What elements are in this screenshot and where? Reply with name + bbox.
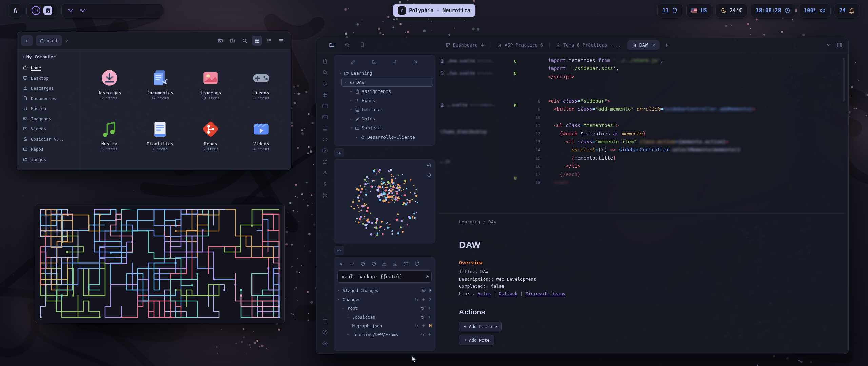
sidebar-item-obsidian-v[interactable]: Obsidian V... bbox=[20, 134, 77, 144]
sidebar-item-descargas[interactable]: Descargas bbox=[20, 83, 77, 93]
power-icon[interactable] bbox=[32, 6, 40, 15]
folder-imagenes[interactable]: Imagenes10 items bbox=[185, 68, 236, 100]
status-volume[interactable]: 100% bbox=[799, 4, 831, 17]
git-row-obsidian[interactable]: ▾.obsidian bbox=[337, 312, 432, 321]
scrollbar-thumb[interactable] bbox=[843, 58, 845, 102]
grid-icon[interactable] bbox=[252, 36, 262, 46]
tab-asp-practice-6[interactable]: ASP Practice 6 bbox=[492, 40, 548, 50]
git-plus-icon[interactable] bbox=[428, 306, 432, 310]
breadcrumb[interactable]: matt bbox=[36, 35, 62, 46]
folder-videos[interactable]: Videos4 items bbox=[236, 119, 287, 151]
git-undo-icon[interactable] bbox=[420, 306, 425, 310]
folder-plus-icon[interactable] bbox=[228, 36, 238, 46]
git-row-staged-changes[interactable]: ▾Staged Changes0 bbox=[337, 286, 432, 295]
note-link-outlook[interactable]: Outlook bbox=[499, 291, 517, 296]
tree-item-desarrollo-cliente[interactable]: ▸Desarrollo-Cliente bbox=[352, 133, 433, 142]
sidebar-item-videos[interactable]: Videos bbox=[20, 124, 77, 134]
git-plus-icon[interactable] bbox=[422, 297, 426, 301]
close-icon[interactable] bbox=[413, 59, 418, 64]
ribbon-sync-icon[interactable] bbox=[322, 159, 328, 165]
forward-button[interactable]: › bbox=[65, 38, 68, 44]
chevron-down-icon[interactable] bbox=[826, 42, 831, 48]
folder-documentos[interactable]: Documentos14 items bbox=[135, 68, 185, 100]
pencil-icon[interactable] bbox=[351, 59, 356, 64]
git-undo-icon[interactable] bbox=[415, 297, 419, 301]
git-plus-icon[interactable] bbox=[428, 315, 432, 319]
git-check-icon[interactable] bbox=[350, 261, 355, 266]
sidebar-item-juegos[interactable]: Juegos bbox=[20, 154, 77, 164]
folder-panel-tab-icon[interactable] bbox=[329, 42, 335, 48]
folder-plus-icon[interactable] bbox=[372, 59, 377, 64]
workspaces-module[interactable] bbox=[61, 4, 163, 17]
ribbon-grid-icon[interactable] bbox=[322, 92, 328, 98]
local-graph-tab-icon[interactable] bbox=[334, 148, 344, 157]
ribbon-scissors-icon[interactable] bbox=[322, 192, 328, 198]
git-undo-icon[interactable] bbox=[420, 332, 425, 337]
ribbon-gear-icon[interactable] bbox=[322, 341, 328, 346]
git-undo-icon[interactable] bbox=[420, 315, 425, 319]
new-tab-button[interactable]: + bbox=[661, 41, 672, 48]
clear-icon[interactable]: ⊗ bbox=[426, 273, 429, 280]
git-checklist-icon[interactable] bbox=[403, 261, 409, 266]
tree-item-assignments[interactable]: ▸Assignments bbox=[347, 87, 433, 96]
media-module[interactable]: ♪ Polyphia - Neurotica bbox=[393, 4, 475, 17]
tree-item-learning[interactable]: ▾Learning bbox=[336, 68, 433, 78]
note-link-aules[interactable]: Aules bbox=[478, 291, 491, 296]
screenshot-icon[interactable] bbox=[215, 36, 225, 46]
action-button-add-lecture[interactable]: + Add Lecture bbox=[459, 322, 502, 331]
folder-plantillas[interactable]: Plantillas7 items bbox=[135, 119, 185, 151]
tab-tema-6-pr-cticas[interactable]: Tema 6 Prácticas -... bbox=[551, 40, 626, 50]
launcher-button[interactable]: Λ bbox=[8, 4, 22, 17]
ribbon-search-icon[interactable] bbox=[322, 69, 328, 75]
tree-item-notes[interactable]: ▸Notes bbox=[347, 114, 433, 123]
tree-item-exams[interactable]: ▸Exams bbox=[347, 96, 433, 105]
git-arrow-down-icon[interactable] bbox=[393, 261, 398, 266]
open-file-item[interactable]: ….sveltesrc/compon… bbox=[440, 102, 526, 107]
tree-item-daw[interactable]: ▾DAW bbox=[341, 78, 433, 87]
sidebar-item-imagenes[interactable]: Imagenes bbox=[20, 114, 77, 124]
search-panel-tab-icon[interactable] bbox=[344, 42, 350, 48]
folder-musica[interactable]: Musica6 items bbox=[84, 119, 135, 151]
ribbon-terminal-icon[interactable] bbox=[322, 114, 328, 120]
tab-dashboard[interactable]: Dashboard bbox=[441, 40, 489, 50]
sidebar-item-desktop[interactable]: Desktop bbox=[20, 73, 77, 83]
git-row-root[interactable]: ▾root bbox=[337, 304, 432, 312]
status-updates[interactable]: 11 bbox=[657, 4, 683, 17]
git-plus-icon[interactable] bbox=[428, 332, 432, 337]
git-plus-circle-icon[interactable] bbox=[360, 261, 366, 266]
folder-descargas[interactable]: Descargas2 items bbox=[84, 68, 135, 100]
note-link-microsoft-teams[interactable]: Microsoft Teams bbox=[526, 291, 565, 296]
git-undo-icon[interactable] bbox=[415, 324, 419, 328]
list-icon[interactable] bbox=[264, 36, 274, 46]
tree-item-lectures[interactable]: ▸Lectures bbox=[347, 105, 433, 114]
ribbon-book-icon[interactable] bbox=[322, 125, 328, 131]
gear-icon[interactable] bbox=[427, 163, 432, 168]
sidebar-item-repos[interactable]: Repos bbox=[20, 144, 77, 154]
ribbon-calendar-icon[interactable] bbox=[322, 103, 328, 109]
tree-item-subjects[interactable]: ▾Subjects bbox=[347, 123, 433, 133]
status-notifications[interactable]: 24 bbox=[834, 4, 860, 17]
git-minus-circle-icon[interactable] bbox=[371, 261, 376, 266]
folder-juegos[interactable]: Juegos8 items bbox=[236, 68, 287, 100]
back-button[interactable]: ‹ bbox=[21, 35, 33, 46]
sidebar-item-musica[interactable]: Musica bbox=[20, 103, 77, 114]
close-icon[interactable]: × bbox=[652, 42, 655, 48]
search-icon[interactable] bbox=[240, 36, 250, 46]
menu-icon[interactable] bbox=[276, 36, 287, 46]
git-commit-icon[interactable] bbox=[339, 261, 344, 266]
ribbon-code-icon[interactable] bbox=[322, 137, 328, 142]
git-row-graph-json[interactable]: graph.jsonM bbox=[337, 321, 432, 330]
sort-icon[interactable] bbox=[392, 59, 397, 64]
git-minus-circle-icon[interactable] bbox=[422, 288, 426, 292]
ribbon-pin-icon[interactable] bbox=[322, 170, 328, 176]
git-arrow-up-icon[interactable] bbox=[382, 261, 387, 266]
git-tab-icon[interactable] bbox=[334, 246, 344, 255]
layout-icon[interactable] bbox=[837, 42, 842, 48]
git-row-changes[interactable]: ▾Changes2 bbox=[337, 295, 432, 304]
open-file-item[interactable]: …Two.sveltesrc/co… bbox=[440, 70, 526, 76]
ribbon-box-icon[interactable] bbox=[322, 318, 328, 324]
crosshair-icon[interactable] bbox=[427, 172, 432, 178]
git-row-learning-daw-exams[interactable]: ▾Learning/DAW/Exams bbox=[337, 330, 432, 339]
notes-icon[interactable] bbox=[43, 6, 52, 15]
sidebar-item-home[interactable]: Home bbox=[20, 63, 77, 73]
